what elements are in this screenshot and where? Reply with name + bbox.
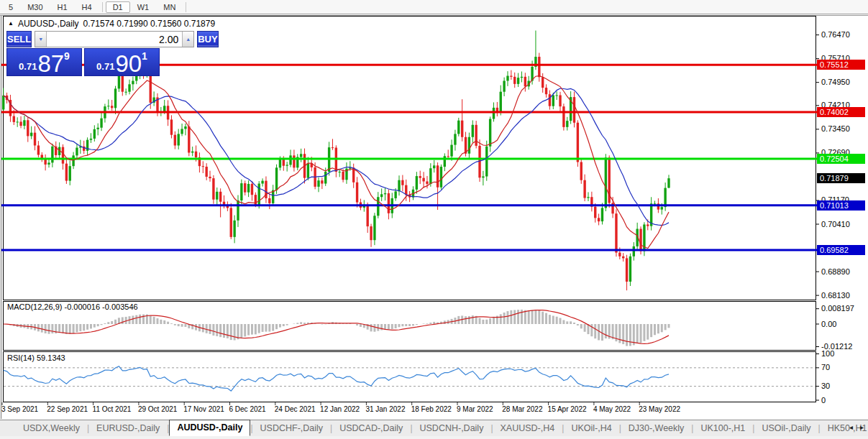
- price-level-label: 0.71013: [817, 200, 865, 211]
- volume-input[interactable]: [47, 32, 182, 47]
- volume-decrease-button[interactable]: ▼: [35, 32, 47, 47]
- candle: [429, 168, 431, 184]
- candle: [500, 92, 502, 113]
- tab-uk100-h1[interactable]: UK100-,H1: [693, 422, 752, 435]
- candle: [545, 88, 547, 94]
- price-panels-row: 0.71 87 9 0.71 90 1: [6, 48, 160, 76]
- candle: [542, 77, 544, 88]
- candle: [30, 133, 32, 137]
- candle: [124, 92, 127, 93]
- candle: [559, 95, 561, 106]
- one-click-trading-widget: SELL ▼ ▲ BUY 0.71 87 9 0.71 90 1: [6, 31, 160, 76]
- candle: [289, 155, 291, 165]
- tab-scroll-right-icon[interactable]: ▸: [860, 423, 864, 431]
- tab-ukoil-h4[interactable]: UKOil-,H4: [564, 422, 618, 435]
- candle: [573, 97, 575, 123]
- candle: [111, 106, 113, 108]
- date-tick-label: 24 Dec 2021: [275, 405, 316, 413]
- candle: [447, 156, 449, 157]
- volume-increase-button[interactable]: ▲: [182, 32, 193, 47]
- candle: [237, 200, 239, 221]
- candle: [132, 81, 134, 85]
- tab-xauusd-h4[interactable]: XAUUSD-,H4: [493, 422, 562, 435]
- candle: [261, 181, 263, 184]
- sell-price-panel[interactable]: 0.71 87 9: [6, 48, 82, 76]
- candle: [468, 137, 470, 154]
- tab-scroll-left-icon[interactable]: ◂: [849, 423, 853, 431]
- candle: [615, 213, 617, 252]
- date-tick-label: 23 May 2022: [639, 405, 680, 413]
- candle: [69, 166, 71, 180]
- date-tick-label: 12 Jan 2022: [320, 405, 360, 413]
- candle: [251, 184, 253, 195]
- candle: [489, 119, 491, 147]
- candle: [65, 164, 68, 181]
- candle: [517, 78, 519, 84]
- tab-usdx-weekly[interactable]: USDX,Weekly: [16, 422, 87, 435]
- candle: [16, 121, 18, 122]
- date-tick-label: 3 Sep 2021: [1, 405, 38, 413]
- price-tick-label: 0.73450: [821, 124, 850, 133]
- candle: [605, 157, 607, 208]
- tab-usdchf-daily[interactable]: USDCHF-,Daily: [253, 422, 331, 435]
- candle: [293, 155, 295, 167]
- candle: [150, 73, 152, 103]
- candle: [583, 180, 585, 198]
- tab-eurusd-daily[interactable]: EURUSD-,Daily: [89, 422, 167, 435]
- candle: [555, 95, 557, 96]
- candle: [230, 208, 232, 236]
- candle: [76, 148, 78, 156]
- sell-price-pip-digit: 9: [64, 51, 70, 61]
- tab-dj30-weekly[interactable]: DJ30-,Weekly: [621, 422, 692, 435]
- buy-price-prefix: 0.71: [96, 62, 114, 71]
- rsi-line: [4, 366, 669, 391]
- candle: [450, 145, 452, 157]
- candle: [163, 106, 165, 111]
- price-tick-label: 0.68130: [821, 291, 850, 300]
- candle: [478, 146, 480, 177]
- candle: [552, 95, 554, 106]
- candle: [72, 155, 74, 166]
- candle: [118, 75, 120, 88]
- tab-usdcnh-daily[interactable]: USDCNH-,Daily: [413, 422, 491, 435]
- price-level-label: 0.74002: [817, 107, 865, 117]
- candle: [51, 147, 53, 163]
- candle: [370, 226, 372, 240]
- buy-button[interactable]: BUY: [197, 31, 218, 47]
- chart-title: ▲ AUDUSD-,Daily 0.71574 0.71990 0.71560 …: [8, 19, 215, 29]
- candle: [461, 121, 463, 137]
- sell-button[interactable]: SELL: [6, 31, 32, 47]
- candle: [654, 203, 656, 204]
- candle: [664, 188, 666, 208]
- candle: [506, 76, 508, 81]
- candle: [562, 106, 565, 127]
- candle: [598, 218, 600, 221]
- candle: [384, 193, 386, 194]
- tab-usdcad-daily[interactable]: USDCAD-,Daily: [332, 422, 410, 435]
- candle: [405, 185, 407, 195]
- candle: [324, 172, 326, 184]
- tab-usoil-daily[interactable]: USOil-,Daily: [754, 422, 818, 435]
- candle: [285, 165, 288, 165]
- candle: [174, 135, 176, 146]
- candle: [444, 156, 446, 167]
- date-tick-label: 17 Nov 2021: [183, 405, 224, 413]
- status-strip: [0, 436, 868, 439]
- candle: [639, 229, 641, 251]
- candle: [37, 145, 40, 154]
- macd-indicator-label: MACD(12,26,9) -0.000016 -0.003546: [7, 302, 138, 311]
- candle: [317, 180, 319, 187]
- candle: [594, 207, 596, 218]
- candle: [629, 257, 631, 282]
- collapse-triangle-icon[interactable]: ▲: [8, 21, 14, 27]
- candle: [181, 129, 183, 134]
- tab-audusd-daily[interactable]: AUDUSD-,Daily: [169, 420, 250, 436]
- candle: [191, 152, 193, 153]
- candle: [622, 257, 624, 259]
- candle: [394, 191, 396, 198]
- candle: [90, 139, 92, 140]
- buy-price-panel[interactable]: 0.71 90 1: [84, 48, 160, 76]
- candle: [275, 167, 278, 190]
- candle: [62, 147, 64, 164]
- buy-price-pip-digit: 1: [142, 51, 147, 61]
